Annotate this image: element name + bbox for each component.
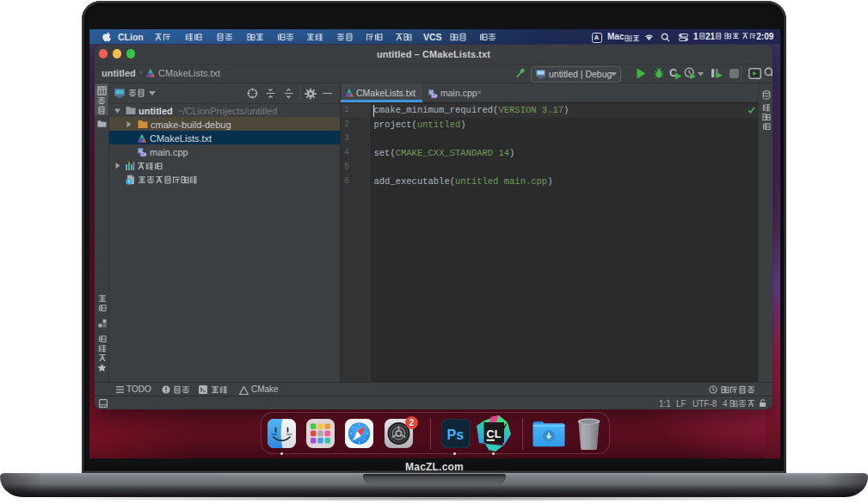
svg-text:Ps: Ps [447, 427, 465, 442]
svg-text:C++: C++ [432, 94, 438, 98]
svg-text:C++: C++ [141, 152, 147, 157]
svg-text:CL: CL [487, 427, 502, 439]
